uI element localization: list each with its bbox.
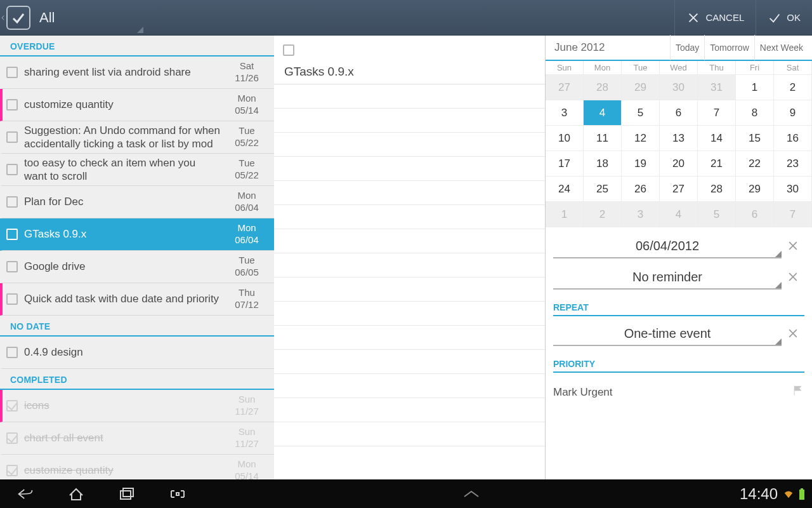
nav-home-button[interactable]	[51, 479, 102, 508]
cancel-button[interactable]: CANCEL	[674, 0, 756, 36]
task-checkbox[interactable]	[6, 67, 18, 78]
calendar-day[interactable]: 10	[546, 126, 584, 151]
due-date-dropdown[interactable]: 06/04/2012	[553, 235, 782, 258]
section-header: OVERDUE	[0, 36, 274, 57]
clear-reminder-button[interactable]	[782, 271, 804, 286]
clear-date-button[interactable]	[782, 239, 804, 255]
task-complete-checkbox[interactable]	[283, 44, 294, 56]
calendar-day[interactable]: 12	[622, 126, 660, 151]
task-row[interactable]: Plan for DecMon06/04	[0, 186, 274, 218]
due-date-value: 06/04/2012	[636, 239, 699, 253]
nav-screenshot-button[interactable]	[152, 479, 203, 508]
calendar-header: June 2012 Today Tomorrow Next Week	[546, 36, 812, 61]
calendar-day[interactable]: 1	[546, 202, 584, 227]
calendar-day[interactable]: 18	[584, 151, 622, 177]
calendar-day[interactable]: 14	[698, 126, 736, 151]
task-checkbox[interactable]	[6, 131, 18, 143]
calendar-day[interactable]: 1	[736, 75, 774, 100]
calendar-day[interactable]: 2	[584, 202, 622, 227]
calendar-day[interactable]: 24	[546, 177, 584, 202]
list-selector-dropdown[interactable]: All	[39, 0, 143, 36]
calendar-day[interactable]: 5	[698, 202, 736, 227]
task-text: icons	[24, 399, 226, 412]
nav-expand-button[interactable]	[203, 490, 740, 498]
task-row[interactable]: Quick add task with due date and priorit…	[0, 283, 274, 316]
task-checkbox[interactable]	[6, 99, 18, 110]
nav-back-button[interactable]	[0, 479, 51, 508]
task-checkbox[interactable]	[6, 229, 18, 240]
calendar-day[interactable]: 8	[736, 100, 774, 126]
back-chevron-icon[interactable]	[0, 0, 6, 36]
calendar-day[interactable]: 4	[660, 202, 698, 227]
task-row[interactable]: customize quantityMon05/14	[0, 455, 274, 479]
calendar-nextweek-button[interactable]: Next Week	[754, 35, 808, 60]
task-row[interactable]: chart of all eventSun11/27	[0, 422, 274, 455]
calendar-day[interactable]: 13	[660, 126, 698, 151]
calendar-day[interactable]: 9	[774, 100, 812, 126]
calendar-day[interactable]: 22	[736, 151, 774, 177]
nav-recents-button[interactable]	[102, 479, 152, 508]
calendar-day[interactable]: 21	[698, 151, 736, 177]
task-checkbox[interactable]	[6, 465, 18, 476]
calendar-day[interactable]: 15	[736, 126, 774, 151]
task-date: Mon05/14	[226, 458, 268, 479]
calendar-day[interactable]: 31	[698, 75, 736, 100]
task-list-panel[interactable]: OVERDUEsharing event list via android sh…	[0, 36, 274, 479]
calendar-day[interactable]: 28	[584, 75, 622, 100]
calendar-day[interactable]: 30	[774, 177, 812, 202]
task-row[interactable]: GTasks 0.9.xMon06/04	[0, 218, 274, 251]
task-checkbox[interactable]	[6, 400, 18, 411]
calendar-day[interactable]: 20	[660, 151, 698, 177]
calendar-day[interactable]: 6	[736, 202, 774, 227]
calendar-day[interactable]: 30	[660, 75, 698, 100]
calendar-day[interactable]: 7	[698, 100, 736, 126]
priority-value: Mark Urgent	[553, 386, 613, 399]
app-logo-icon[interactable]	[6, 6, 30, 30]
priority-toggle[interactable]: Mark Urgent	[553, 384, 804, 400]
cancel-label: CANCEL	[705, 12, 744, 23]
task-text: GTasks 0.9.x	[24, 227, 226, 241]
calendar-day[interactable]: 28	[698, 177, 736, 202]
task-checkbox[interactable]	[6, 261, 18, 272]
task-row[interactable]: sharing event list via android shareSat1…	[0, 57, 274, 89]
task-checkbox[interactable]	[6, 164, 18, 175]
calendar-day[interactable]: 29	[736, 177, 774, 202]
task-row[interactable]: Suggestion: An Undo command for when acc…	[0, 121, 274, 154]
calendar-day[interactable]: 27	[546, 75, 584, 100]
calendar-day[interactable]: 26	[622, 177, 660, 202]
task-checkbox[interactable]	[6, 293, 18, 305]
task-row[interactable]: 0.4.9 design	[0, 337, 274, 369]
task-checkbox[interactable]	[6, 196, 18, 208]
task-title[interactable]: GTasks 0.9.x	[274, 60, 545, 84]
calendar-day[interactable]: 5	[622, 100, 660, 126]
calendar-day[interactable]: 17	[546, 151, 584, 177]
task-row[interactable]: too easy to check an item when you want …	[0, 154, 274, 186]
calendar-day[interactable]: 16	[774, 126, 812, 151]
calendar-day[interactable]: 19	[622, 151, 660, 177]
calendar-day[interactable]: 25	[584, 177, 622, 202]
calendar-today-button[interactable]: Today	[670, 35, 704, 60]
ok-button[interactable]: OK	[756, 0, 812, 36]
repeat-dropdown[interactable]: One-time event	[553, 323, 782, 346]
calendar-day[interactable]: 7	[774, 202, 812, 227]
task-row[interactable]: customize quantityMon05/14	[0, 89, 274, 121]
task-row[interactable]: iconsSun11/27	[0, 390, 274, 422]
calendar-day[interactable]: 11	[584, 126, 622, 151]
calendar-day[interactable]: 3	[622, 202, 660, 227]
calendar-day[interactable]: 4	[584, 100, 622, 126]
task-date: Sat11/26	[226, 60, 268, 84]
calendar-day[interactable]: 3	[546, 100, 584, 126]
task-checkbox[interactable]	[6, 347, 18, 358]
calendar-day[interactable]: 27	[660, 177, 698, 202]
calendar-day[interactable]: 23	[774, 151, 812, 177]
calendar-day[interactable]: 29	[622, 75, 660, 100]
calendar-day[interactable]: 6	[660, 100, 698, 126]
calendar-tomorrow-button[interactable]: Tomorrow	[704, 35, 754, 60]
calendar-dow: Mon	[584, 61, 622, 75]
task-notes-area[interactable]	[274, 84, 545, 479]
task-checkbox[interactable]	[6, 432, 18, 444]
reminder-dropdown[interactable]: No reminder	[553, 266, 782, 290]
calendar-day[interactable]: 2	[774, 75, 812, 100]
task-row[interactable]: Google driveTue06/05	[0, 251, 274, 283]
clear-repeat-button[interactable]	[782, 327, 804, 342]
